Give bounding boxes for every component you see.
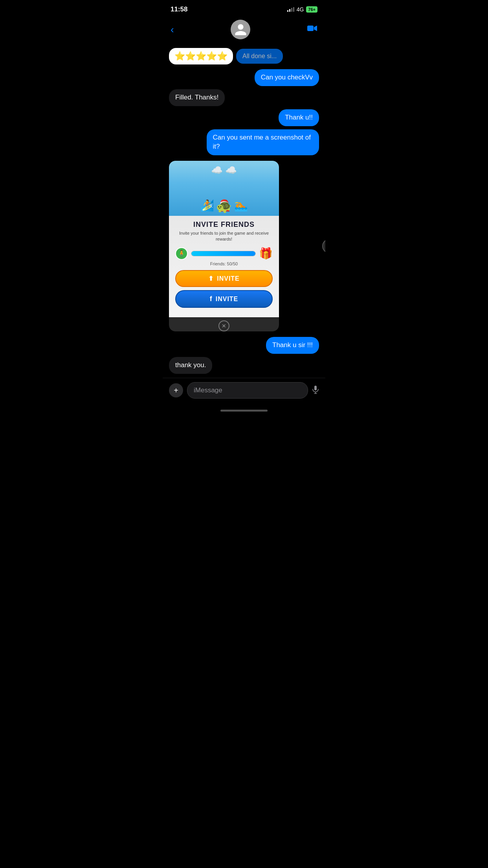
back-button[interactable]: ‹ (171, 24, 174, 36)
home-indicator (220, 410, 268, 412)
game-top-area: ☁️ ☁️ 🏄 🎅 🏊 🐢 (169, 161, 279, 216)
svg-rect-1 (314, 386, 317, 390)
input-bar: + iMessage (163, 378, 325, 408)
signal-bars (287, 7, 294, 12)
share-button-overlay[interactable] (322, 239, 325, 253)
message-row-stars: ⭐⭐⭐⭐⭐ All done si... (169, 48, 319, 66)
signal-bar-4 (293, 7, 294, 12)
screenshot-wrapper[interactable]: ☁️ ☁️ 🏄 🎅 🏊 🐢 INVITE FRIENDS Invite your… (169, 161, 279, 332)
stars-text: ⭐⭐⭐⭐⭐ (174, 51, 227, 61)
bubble-incoming-8: thank you. (169, 357, 212, 374)
progress-bar-fill (191, 251, 255, 256)
avatar-icon (234, 23, 248, 37)
bubble-text-3: Filled. Thanks! (175, 94, 218, 101)
battery-indicator: 76+ (306, 6, 317, 13)
invite-label: INVITE (217, 275, 240, 282)
fb-invite-label: INVITE (216, 296, 238, 303)
message-row-5: Can you sent me a screenshot of it? (169, 129, 319, 155)
share-icon: ⬆ (208, 275, 214, 282)
game-screenshot: ☁️ ☁️ 🏄 🎅 🏊 🐢 INVITE FRIENDS Invite your… (169, 161, 279, 332)
signal-bar-3 (291, 8, 292, 12)
mic-button[interactable] (312, 385, 319, 396)
status-time: 11:58 (171, 6, 187, 13)
bubble-text-7: Thank u sir !!! (272, 341, 313, 349)
game-title: INVITE FRIENDS (175, 221, 273, 229)
gift-icon: 🎁 (259, 247, 273, 260)
truncated-text: All done si... (242, 53, 277, 59)
person-icon: 🧍 (175, 247, 188, 260)
bubble-text-4: Thank u!! (285, 114, 313, 121)
bubble-outgoing-7: Thank u sir !!! (266, 337, 319, 354)
game-body: INVITE FRIENDS Invite your friends to jo… (169, 216, 279, 318)
message-row-2: Can you checkVv (169, 69, 319, 86)
message-row-8: thank you. (169, 357, 319, 374)
video-call-button[interactable] (307, 24, 317, 35)
signal-label: 4G (297, 6, 304, 13)
bubble-outgoing-5: Can you sent me a screenshot of it? (207, 129, 319, 155)
facebook-icon: f (210, 295, 213, 303)
turtle-icon: 🐢 (216, 199, 232, 214)
message-input[interactable]: iMessage (187, 382, 308, 399)
nav-bar: ‹ (163, 17, 325, 44)
close-x-area: ✕ (169, 320, 279, 331)
status-right: 4G 76+ (287, 6, 317, 13)
clouds: ☁️ ☁️ (169, 165, 279, 176)
bubble-outgoing-4: Thank u!! (279, 109, 319, 126)
game-subtitle: Invite your friends to join the game and… (175, 230, 273, 243)
message-row-4: Thank u!! (169, 109, 319, 126)
svg-rect-0 (307, 26, 314, 31)
bubble-text-2: Can you checkVv (261, 74, 313, 81)
stars-bubble: ⭐⭐⭐⭐⭐ (169, 48, 233, 64)
plus-button[interactable]: + (169, 383, 183, 397)
bubble-text-8: thank you. (175, 361, 206, 369)
input-placeholder: iMessage (194, 386, 222, 394)
plus-icon: + (174, 386, 178, 395)
bubble-incoming-3: Filled. Thanks! (169, 89, 225, 106)
avatar[interactable] (231, 20, 250, 39)
message-row-7: Thank u sir !!! (169, 337, 319, 354)
char-1: 🏄 (200, 199, 214, 212)
signal-bar-2 (289, 9, 290, 12)
message-row-3: Filled. Thanks! (169, 89, 319, 106)
progress-row: 🧍 🎁 (175, 247, 273, 260)
bubble-outgoing-2: Can you checkVv (255, 69, 319, 86)
invite-button-facebook[interactable]: f INVITE (175, 290, 273, 308)
stars-row: ⭐⭐⭐⭐⭐ All done si... (169, 48, 283, 64)
truncated-bubble: All done si... (236, 49, 283, 64)
signal-bar-1 (287, 10, 288, 12)
close-circle[interactable]: ✕ (218, 320, 229, 331)
friends-count: Friends: 50/50 (175, 261, 273, 266)
status-bar: 11:58 4G 76+ (163, 0, 325, 17)
char-3: 🏊 (234, 199, 248, 212)
messages-container: ⭐⭐⭐⭐⭐ All done si... Can you checkVv Fil… (163, 44, 325, 378)
bubble-text-5: Can you sent me a screenshot of it? (213, 134, 311, 150)
progress-bar-bg (191, 251, 256, 256)
message-row-screenshot: ☁️ ☁️ 🏄 🎅 🏊 🐢 INVITE FRIENDS Invite your… (169, 161, 319, 332)
invite-button-orange[interactable]: ⬆ INVITE (175, 270, 273, 287)
